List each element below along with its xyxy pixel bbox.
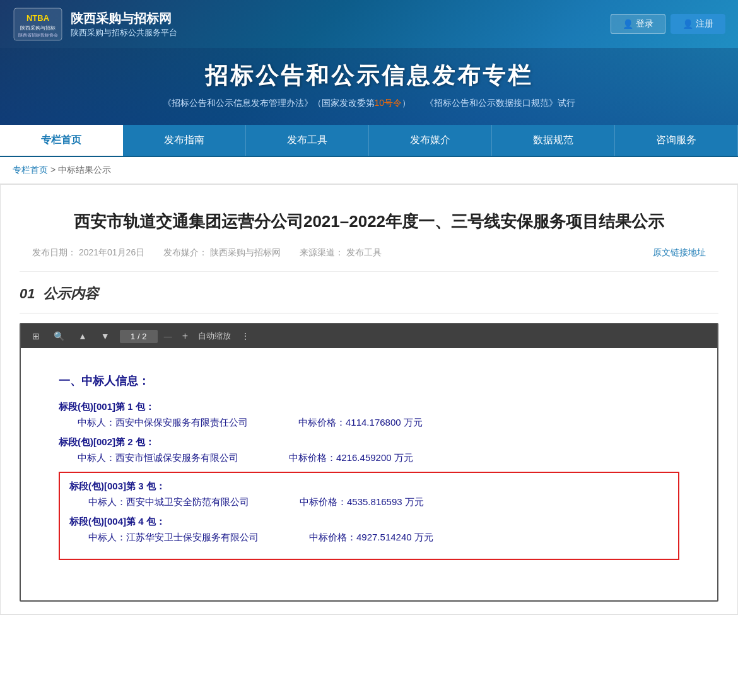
article-title: 西安市轨道交通集团运营分公司2021–2022年度一、三号线安保服务项目结果公示: [20, 197, 718, 242]
nav-item-standard[interactable]: 数据规范: [492, 125, 615, 156]
pdf-prev-page[interactable]: ▲: [74, 330, 91, 342]
pdf-highlighted-lots: 标段(包)[003]第 3 包： 中标人：西安中城卫安全防范有限公司 中标价格：…: [59, 472, 679, 560]
register-button[interactable]: 👤 注册: [671, 14, 725, 34]
media-info: 发布媒介： 陕西采购与招标网: [163, 247, 281, 259]
pdf-lot-3-price: 中标价格：4535.816593 万元: [300, 496, 424, 508]
nav-bar: 专栏首页 发布指南 发布工具 发布媒介 数据规范 咨询服务: [0, 125, 738, 157]
pdf-lot-2-detail: 中标人：西安市恒诚保安服务有限公司 中标价格：4216.459200 万元: [59, 452, 679, 464]
breadcrumb-separator: >: [50, 165, 58, 175]
source-info: 来源渠道： 发布工具: [300, 247, 382, 259]
pdf-lot-4-winner: 中标人：江苏华安卫士保安服务有限公司: [88, 532, 259, 544]
logo-icon: NTBA 陕西采购与招标 陕西省招标投标协会: [13, 5, 63, 43]
nav-item-consult[interactable]: 咨询服务: [615, 125, 738, 156]
pdf-separator: —: [164, 332, 172, 341]
section-divider: [20, 313, 718, 313]
pdf-lot-3: 标段(包)[003]第 3 包： 中标人：西安中城卫安全防范有限公司 中标价格：…: [69, 481, 669, 508]
pdf-lot-1-price: 中标价格：4114.176800 万元: [298, 417, 423, 429]
pdf-toggle-sidebar[interactable]: ⊞: [28, 330, 44, 342]
pdf-lot-2: 标段(包)[002]第 2 包： 中标人：西安市恒诚保安服务有限公司 中标价格：…: [59, 436, 679, 464]
pdf-lot-3-label: 标段(包)[003]第 3 包：: [69, 481, 669, 493]
site-subtitle: 陕西采购与招标公共服务平台: [71, 27, 177, 38]
pdf-page-input[interactable]: [120, 330, 158, 343]
pdf-lot-1-detail: 中标人：西安中保保安服务有限责任公司 中标价格：4114.176800 万元: [59, 417, 679, 429]
site-name: 陕西采购与招标网: [71, 9, 177, 27]
orig-link[interactable]: 原文链接地址: [653, 247, 706, 259]
pdf-lot-2-label: 标段(包)[002]第 2 包：: [59, 436, 679, 448]
law-link[interactable]: 10号令: [375, 98, 402, 108]
pdf-lot-4: 标段(包)[004]第 4 包： 中标人：江苏华安卫士保安服务有限公司 中标价格…: [69, 516, 669, 544]
pdf-lot-1-winner: 中标人：西安中保保安服务有限责任公司: [78, 417, 248, 429]
nav-item-media[interactable]: 发布媒介: [369, 125, 492, 156]
publish-date: 发布日期： 2021年01月26日: [32, 247, 144, 259]
nav-item-home[interactable]: 专栏首页: [0, 125, 123, 156]
pdf-section-title: 一、中标人信息：: [59, 373, 679, 388]
nav-item-tool[interactable]: 发布工具: [246, 125, 369, 156]
pdf-auto-zoom-label: 自动缩放: [198, 330, 231, 342]
pdf-toolbar: ⊞ 🔍 ▲ ▼ — + 自动缩放 ⋮: [21, 324, 717, 348]
login-button[interactable]: 👤 登录: [611, 14, 665, 34]
pdf-lot-4-label: 标段(包)[004]第 4 包：: [69, 516, 669, 528]
auth-buttons: 👤 登录 👤 注册: [611, 14, 725, 34]
breadcrumb: 专栏首页 > 中标结果公示: [0, 157, 738, 184]
breadcrumb-current: 中标结果公示: [58, 165, 111, 175]
logo-text: 陕西采购与招标网 陕西采购与招标公共服务平台: [71, 9, 177, 38]
pdf-next-page[interactable]: ▼: [97, 330, 114, 342]
banner-subtitle: 《招标公告和公示信息发布管理办法》（国家发改委第10号令） 《招标公告和公示数据…: [0, 98, 738, 119]
logo-area: NTBA 陕西采购与招标 陕西省招标投标协会 陕西采购与招标网 陕西采购与招标公…: [13, 5, 177, 43]
banner-title: 招标公告和公示信息发布专栏: [0, 61, 738, 91]
pdf-search-btn[interactable]: 🔍: [50, 330, 68, 342]
pdf-more-options[interactable]: ⋮: [237, 330, 254, 342]
pdf-lot-1-label: 标段(包)[001]第 1 包：: [59, 401, 679, 413]
svg-text:NTBA: NTBA: [26, 13, 50, 23]
pdf-viewer: ⊞ 🔍 ▲ ▼ — + 自动缩放 ⋮ 一、中标人信息： 标段(包)[001]第 …: [20, 323, 718, 602]
pdf-lot-2-winner: 中标人：西安市恒诚保安服务有限公司: [78, 452, 238, 464]
pdf-lot-3-detail: 中标人：西安中城卫安全防范有限公司 中标价格：4535.816593 万元: [69, 496, 669, 508]
pdf-lot-2-price: 中标价格：4216.459200 万元: [289, 452, 413, 464]
pdf-lot-1: 标段(包)[001]第 1 包： 中标人：西安中保保安服务有限责任公司 中标价格…: [59, 401, 679, 429]
user-icon: 👤: [623, 19, 633, 29]
section-heading: 01 公示内容: [20, 272, 718, 310]
pdf-zoom-out[interactable]: +: [179, 329, 192, 343]
svg-text:陕西省招标投标协会: 陕西省招标投标协会: [18, 33, 58, 37]
user-add-icon: 👤: [682, 19, 693, 29]
site-header: NTBA 陕西采购与招标 陕西省招标投标协会 陕西采购与招标网 陕西采购与招标公…: [0, 0, 738, 125]
pdf-content: 一、中标人信息： 标段(包)[001]第 1 包： 中标人：西安中保保安服务有限…: [21, 348, 717, 600]
nav-item-guide[interactable]: 发布指南: [123, 125, 246, 156]
pdf-lot-4-price: 中标价格：4927.514240 万元: [309, 532, 433, 544]
svg-text:陕西采购与招标: 陕西采购与招标: [20, 25, 56, 31]
article-meta: 发布日期： 2021年01月26日 发布媒介： 陕西采购与招标网 来源渠道： 发…: [20, 242, 718, 272]
header-banner: 招标公告和公示信息发布专栏 《招标公告和公示信息发布管理办法》（国家发改委第10…: [0, 48, 738, 125]
pdf-lot-4-detail: 中标人：江苏华安卫士保安服务有限公司 中标价格：4927.514240 万元: [69, 532, 669, 544]
pdf-lot-3-winner: 中标人：西安中城卫安全防范有限公司: [88, 496, 249, 508]
breadcrumb-home[interactable]: 专栏首页: [13, 165, 48, 175]
main-content: 西安市轨道交通集团运营分公司2021–2022年度一、三号线安保服务项目结果公示…: [0, 184, 738, 615]
